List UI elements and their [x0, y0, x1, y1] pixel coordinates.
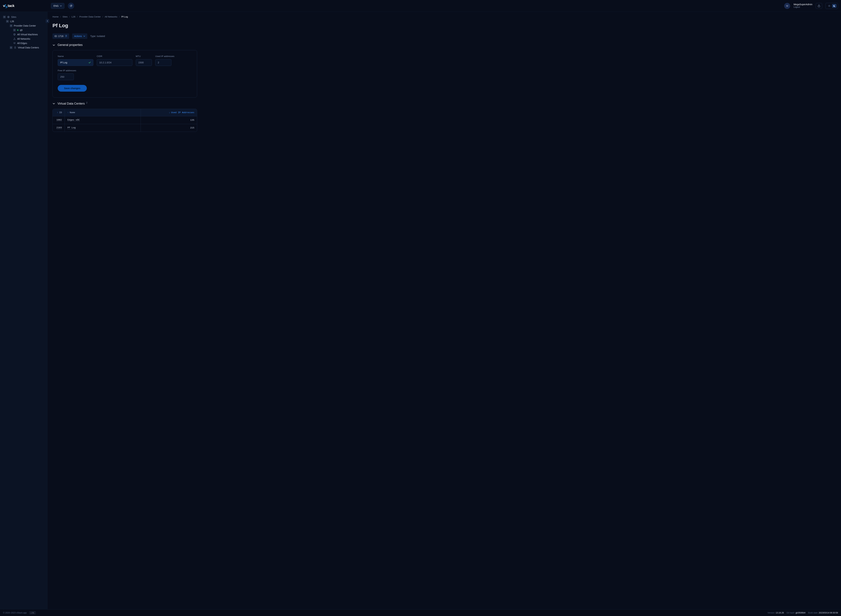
- table-row[interactable]: 2103 Pf Log 215: [53, 124, 197, 132]
- crumb-sites[interactable]: Sites: [63, 15, 68, 18]
- label-used-ip: Used IP addresses: [155, 55, 175, 57]
- breadcrumb: Home / Sites / L26 / Provider Data Cente…: [53, 15, 834, 18]
- language-select[interactable]: ENG: [51, 3, 65, 9]
- svg-point-4: [819, 6, 819, 7]
- general-panel: Name Pf Log CIDR 10.2.1.0/24: [53, 50, 197, 98]
- tree-node-datacenter[interactable]: Provider Data Center: [2, 23, 45, 28]
- tree-node-site[interactable]: L26: [2, 19, 45, 23]
- actions-dropdown[interactable]: Actions: [72, 34, 87, 39]
- log-badge[interactable]: LOG: [29, 612, 36, 614]
- label-name: Name: [58, 55, 93, 57]
- refresh-icon: [70, 4, 72, 7]
- crumb-networks[interactable]: All Networks: [105, 15, 117, 18]
- free-ip-input: 250: [58, 73, 74, 80]
- crumb-home[interactable]: Home: [53, 15, 59, 18]
- language-value: ENG: [53, 4, 59, 7]
- refresh-button[interactable]: [68, 3, 74, 9]
- col-header-used[interactable]: ↓ Used IP Addresses: [141, 109, 197, 116]
- section-vdc-header[interactable]: Virtual Data Centers 2: [53, 101, 834, 106]
- id-chip[interactable]: ID: 1716: [53, 34, 69, 39]
- sidebar: Sites L26 Provider Data Center q9: [0, 12, 47, 609]
- main-content: Home / Sites / L26 / Provider Data Cente…: [47, 12, 841, 609]
- tree-node-cluster[interactable]: q9: [2, 28, 45, 32]
- sidebar-item-all-networks[interactable]: All Networks: [2, 37, 45, 41]
- col-header-name[interactable]: ↑ Name: [65, 109, 141, 116]
- cidr-input[interactable]: 10.2.1.0/24: [97, 59, 132, 66]
- chevron-down-icon: [83, 35, 85, 37]
- used-ip-input: 2: [155, 59, 172, 66]
- network-icon: [13, 38, 16, 40]
- sidebar-item-all-vms[interactable]: All Virtual Machines: [2, 32, 45, 37]
- chevron-down-icon: [60, 5, 62, 7]
- label-cidr: CIDR: [97, 55, 132, 57]
- svg-point-5: [819, 6, 819, 7]
- type-label: Type: Isolated: [90, 35, 105, 38]
- status-dot-icon: [17, 29, 19, 31]
- cube-icon: [13, 33, 16, 36]
- caret-down-icon: [3, 16, 6, 18]
- vdc-table: ↑ ID ↑ Name ↓ Used IP Addresses 1002 Edg…: [53, 109, 197, 132]
- globe-icon: [7, 16, 10, 18]
- sidebar-collapse-button[interactable]: [46, 19, 49, 23]
- app-footer: © 2020–2023 vStack.app LOG Version: 13.1…: [0, 609, 841, 616]
- lock-icon: [817, 4, 820, 7]
- edges-icon: [13, 42, 16, 44]
- sun-icon: [827, 4, 831, 8]
- save-button[interactable]: Save changes: [58, 85, 87, 92]
- section-general-header[interactable]: General properties: [53, 43, 834, 47]
- caret-down-icon: [10, 24, 12, 27]
- caret-down-icon: [6, 20, 9, 23]
- avatar[interactable]: M: [784, 3, 790, 9]
- label-free-ip: Free IP addresses: [58, 69, 76, 72]
- crumb-current: Pf Log: [121, 15, 128, 18]
- sort-asc-icon: ↑: [57, 111, 58, 114]
- sort-asc-icon: ↑: [68, 111, 69, 114]
- app-header: v tack ENG M MegaSuperAdmin Logout: [0, 0, 841, 12]
- copy-icon: [65, 35, 67, 37]
- check-icon: [88, 62, 91, 64]
- caret-right-icon: [10, 46, 12, 49]
- svg-text:tack: tack: [8, 4, 15, 7]
- svg-rect-12: [65, 35, 66, 37]
- crumb-dc[interactable]: Provider Data Center: [79, 15, 101, 18]
- logo[interactable]: v tack: [3, 3, 48, 8]
- lock-button[interactable]: [816, 3, 822, 9]
- page-title: Pf Log: [53, 23, 834, 28]
- crumb-site[interactable]: L26: [72, 15, 75, 18]
- chevron-down-icon: [53, 44, 55, 46]
- user-name: MegaSuperAdmin: [794, 3, 812, 6]
- layers-icon: [14, 46, 16, 49]
- vdc-count-badge: 2: [86, 101, 88, 104]
- table-row[interactable]: 1002 Edges vDC 135: [53, 116, 197, 124]
- col-header-id[interactable]: ↑ ID: [53, 109, 65, 116]
- sort-desc-icon: ↓: [169, 111, 170, 114]
- name-input[interactable]: Pf Log: [58, 59, 93, 66]
- logout-link[interactable]: Logout: [794, 6, 812, 9]
- copyright: © 2020–2023 vStack.app: [3, 612, 27, 614]
- svg-point-6: [829, 5, 830, 6]
- moon-icon: [832, 4, 837, 8]
- caret-right-icon: [13, 29, 16, 31]
- mtu-input[interactable]: 1500: [136, 59, 152, 66]
- tree-node-vdcs[interactable]: Virtual Data Centers: [2, 45, 45, 50]
- svg-rect-11: [14, 43, 15, 43]
- label-mtu: MTU: [136, 55, 152, 57]
- theme-toggle[interactable]: [826, 3, 838, 9]
- chevron-down-icon: [53, 102, 55, 105]
- sidebar-item-all-edges[interactable]: All Edges: [2, 41, 45, 45]
- svg-point-8: [14, 38, 15, 38]
- tree-root-sites[interactable]: Sites: [2, 15, 45, 19]
- user-block: MegaSuperAdmin Logout: [794, 3, 812, 9]
